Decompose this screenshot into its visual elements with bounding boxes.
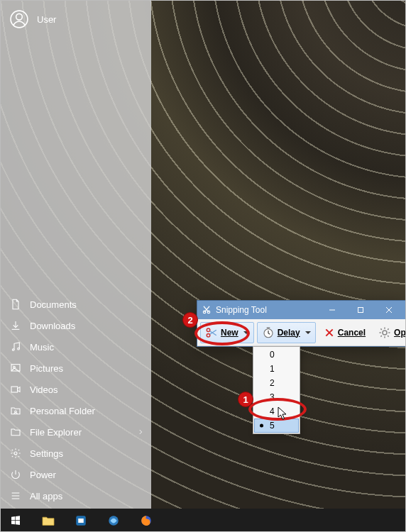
sidebar-item-pictures[interactable]: Pictures: [0, 358, 151, 379]
taskbar-app-2[interactable]: [98, 509, 129, 532]
sidebar-item-label: Power: [30, 470, 56, 480]
sidebar-item-downloads[interactable]: Downloads: [0, 315, 151, 336]
app-icon: [107, 514, 120, 527]
maximize-button[interactable]: [349, 303, 373, 317]
sidebar-item-label: Downloads: [30, 321, 75, 331]
sidebar-item-label: File Explorer: [30, 427, 82, 438]
new-button-label: New: [221, 328, 238, 338]
close-button[interactable]: [377, 303, 401, 317]
app-icon: [75, 514, 87, 527]
svg-point-8: [14, 452, 17, 455]
power-icon: [10, 469, 21, 480]
sidebar-item-label: Pictures: [30, 363, 63, 374]
svg-rect-6: [11, 387, 18, 392]
windows-logo-icon: [10, 515, 21, 526]
delay-option-3[interactable]: 3: [254, 390, 299, 404]
sidebar-item-videos[interactable]: Videos: [0, 379, 151, 400]
options-button-label: Options: [394, 328, 406, 338]
delay-option-2[interactable]: 2: [254, 376, 299, 390]
delay-option-0[interactable]: 0: [254, 348, 299, 362]
minimize-button[interactable]: [320, 303, 344, 317]
file-explorer-icon: [10, 426, 21, 438]
gear-icon: [10, 448, 21, 459]
new-snip-button[interactable]: New: [200, 322, 254, 343]
cancel-button[interactable]: Cancel: [319, 322, 371, 343]
delay-option-5[interactable]: 5: [254, 419, 299, 433]
start-user-label: User: [37, 14, 56, 25]
sidebar-item-personal-folder[interactable]: Personal Folder: [0, 400, 151, 421]
sidebar-item-label: All apps: [30, 491, 62, 501]
clock-icon: [262, 326, 275, 339]
start-menu-panel: User Documents Downloads Music Pictures …: [0, 0, 151, 509]
sidebar-item-label: Documents: [30, 299, 77, 310]
delay-option-4[interactable]: 4: [254, 404, 299, 419]
snipping-tool-app-icon: [202, 305, 212, 315]
svg-point-15: [383, 331, 387, 335]
document-icon: [10, 299, 21, 310]
delay-button[interactable]: Delay: [257, 322, 316, 343]
delay-dropdown-menu: 0 1 2 3 4 5: [253, 346, 300, 434]
sidebar-item-power[interactable]: Power: [0, 464, 151, 485]
user-icon: [10, 10, 28, 28]
svg-point-1: [16, 13, 23, 20]
sidebar-item-label: Personal Folder: [30, 406, 95, 416]
sidebar-item-settings[interactable]: Settings: [0, 443, 151, 464]
sidebar-item-documents[interactable]: Documents: [0, 294, 151, 315]
taskbar: [0, 509, 406, 532]
snipping-tool-title: Snipping Tool: [216, 305, 267, 315]
start-user-row[interactable]: User: [10, 10, 141, 28]
svg-rect-17: [78, 519, 84, 523]
snipping-tool-toolbar: New Delay Cancel Options: [197, 319, 405, 346]
snipping-tool-window: Snipping Tool New Delay Cancel: [197, 300, 406, 347]
sidebar-item-music[interactable]: Music: [0, 336, 151, 358]
taskbar-app-1[interactable]: [65, 509, 97, 532]
cancel-x-icon: [324, 327, 335, 338]
taskbar-firefox[interactable]: [131, 509, 162, 532]
options-gear-icon: [378, 326, 391, 339]
start-button[interactable]: [0, 509, 31, 532]
delay-option-1[interactable]: 1: [254, 362, 299, 376]
sidebar-item-label: Music: [30, 342, 54, 353]
start-menu-list: Documents Downloads Music Pictures Video…: [0, 294, 151, 509]
svg-point-12: [207, 333, 210, 337]
options-button[interactable]: Options: [373, 322, 406, 343]
firefox-icon: [140, 514, 153, 527]
sidebar-item-file-explorer[interactable]: File Explorer: [0, 421, 151, 443]
cancel-button-label: Cancel: [338, 328, 366, 338]
svg-point-2: [12, 349, 14, 351]
all-apps-icon: [10, 490, 21, 501]
personal-folder-icon: [10, 405, 21, 416]
videos-icon: [10, 384, 21, 395]
sidebar-item-all-apps[interactable]: All apps: [0, 485, 151, 506]
music-icon: [10, 341, 21, 353]
delay-button-label: Delay: [278, 328, 300, 338]
svg-rect-11: [358, 308, 363, 313]
folder-icon: [41, 515, 55, 526]
download-icon: [10, 320, 21, 331]
taskbar-file-explorer[interactable]: [33, 509, 64, 532]
svg-point-13: [207, 328, 210, 332]
chevron-right-icon: [137, 428, 144, 436]
pictures-icon: [10, 362, 21, 374]
sidebar-item-label: Settings: [30, 448, 63, 459]
svg-point-3: [18, 348, 20, 350]
sidebar-item-label: Videos: [30, 384, 58, 395]
scissors-icon: [205, 326, 218, 339]
snipping-tool-titlebar[interactable]: Snipping Tool: [197, 301, 405, 319]
